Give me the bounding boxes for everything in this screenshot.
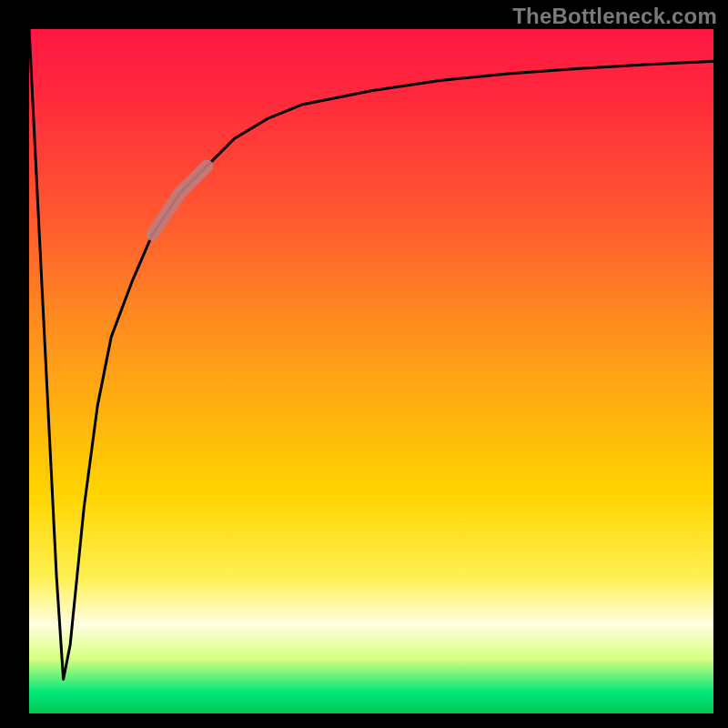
plot-area xyxy=(29,29,713,713)
watermark-text: TheBottleneck.com xyxy=(512,4,717,29)
frame-left xyxy=(0,0,29,728)
bottleneck-curve xyxy=(29,29,713,679)
chart-container: TheBottleneck.com xyxy=(0,0,728,728)
frame-right xyxy=(713,0,728,728)
curve-layer xyxy=(29,29,713,713)
frame-bottom xyxy=(0,713,728,728)
highlight-segment xyxy=(152,166,207,234)
